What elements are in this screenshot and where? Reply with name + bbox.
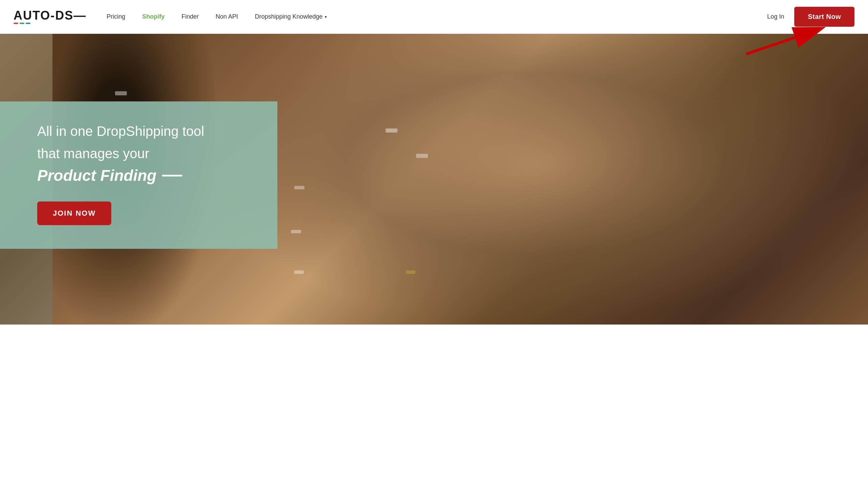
navbar: AUTO - DS — Pricing Shopify Finder Non A…: [0, 0, 868, 34]
login-link[interactable]: Log In: [767, 13, 784, 20]
photo-tag-5: [291, 230, 301, 233]
logo-accent-green: [20, 23, 24, 24]
logo[interactable]: AUTO - DS —: [13, 10, 86, 24]
hero-feature-text: Product Finding: [37, 166, 254, 184]
hero-feature-label: Product Finding: [37, 166, 157, 184]
photo-tag-4: [294, 186, 304, 189]
nav-link-finder[interactable]: Finder: [181, 13, 199, 20]
photo-tag-7: [294, 270, 304, 274]
figure-right: [203, 34, 868, 324]
nav-link-dropshipping-knowledge[interactable]: Dropshipping Knowledge: [255, 13, 322, 20]
photo-tag-1: [115, 91, 127, 95]
nav-right: Log In Start Now: [767, 7, 855, 27]
nav-link-shopify[interactable]: Shopify: [142, 13, 164, 20]
photo-tag-6: [406, 270, 415, 274]
logo-hyphen: -: [50, 10, 55, 22]
nav-item-non-api[interactable]: Non API: [216, 13, 238, 20]
nav-item-shopify[interactable]: Shopify: [142, 13, 164, 20]
chevron-down-icon: ▾: [325, 14, 327, 19]
hero-subtitle-line1: All in one DropShipping tool: [37, 122, 254, 141]
start-now-button[interactable]: Start Now: [794, 7, 855, 27]
nav-links: Pricing Shopify Finder Non API Dropshipp…: [106, 13, 767, 20]
join-now-button[interactable]: JOIN NOW: [37, 202, 111, 225]
nav-link-non-api[interactable]: Non API: [216, 13, 238, 20]
hero-section: All in one DropShipping tool that manage…: [0, 34, 868, 324]
logo-auto-text: AUTO: [13, 10, 50, 22]
photo-tag-2: [386, 128, 397, 132]
nav-item-dropshipping-knowledge[interactable]: Dropshipping Knowledge ▾: [255, 13, 326, 20]
hero-feature-underline: [162, 175, 182, 177]
hero-subtitle-line2: that manages your: [37, 144, 254, 163]
photo-tag-3: [416, 154, 428, 158]
nav-item-pricing[interactable]: Pricing: [106, 13, 125, 20]
logo-accent-red: [13, 23, 18, 24]
logo-accent-blue: [26, 23, 30, 24]
logo-ds-text: DS: [55, 10, 73, 22]
nav-item-finder[interactable]: Finder: [181, 13, 199, 20]
nav-link-pricing[interactable]: Pricing: [106, 13, 125, 20]
hero-overlay-box: All in one DropShipping tool that manage…: [0, 102, 278, 249]
